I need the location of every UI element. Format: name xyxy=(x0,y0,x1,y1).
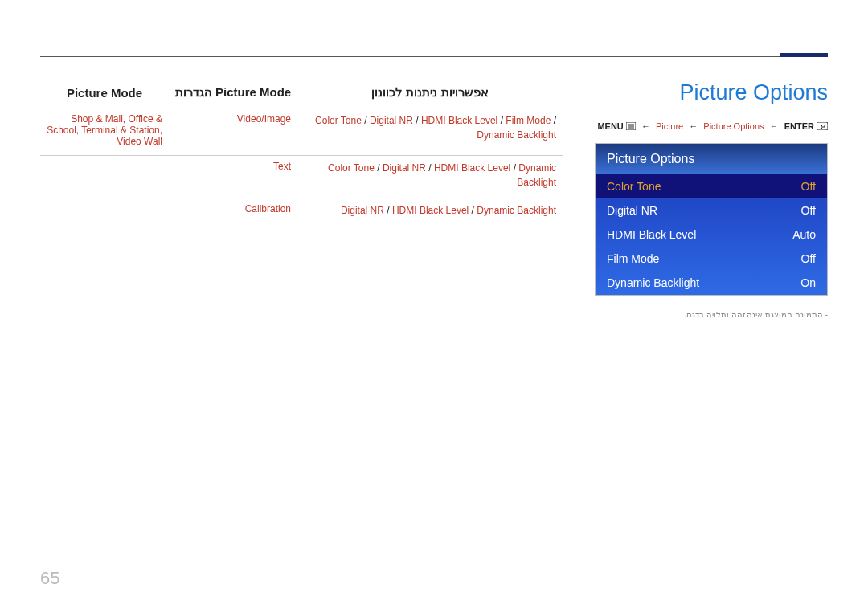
col-header-picture-mode: Picture Mode xyxy=(40,80,169,108)
table-row: Shop & Mall, Office & School, Terminal &… xyxy=(40,108,563,156)
arrow-icon: ← xyxy=(641,121,650,131)
left-column: Picture Mode הגדרות Picture Mode אפשרויו… xyxy=(40,80,563,319)
table-row: CalibrationDigital NR / HDMI Black Level… xyxy=(40,198,563,223)
cell-setting: Calibration xyxy=(169,198,297,223)
option-label: Film Mode xyxy=(607,252,659,265)
breadcrumb-enter: ENTER xyxy=(784,121,814,131)
breadcrumb: MENU ← Picture ← Picture Options ← ENTER xyxy=(595,121,828,132)
panel-body: Color ToneOffDigital NROffHDMI Black Lev… xyxy=(596,174,827,295)
cell-picture-mode xyxy=(40,198,169,223)
panel-row-digital-nr[interactable]: Digital NROff xyxy=(596,198,827,223)
option-value: Off xyxy=(801,204,816,217)
panel-row-color-tone[interactable]: Color ToneOff xyxy=(596,174,827,198)
breadcrumb-picture-options: Picture Options xyxy=(703,121,764,131)
page-title: Picture Options xyxy=(595,80,828,105)
arrow-icon: ← xyxy=(689,121,698,131)
main-content: Picture Options MENU ← Picture ← Picture… xyxy=(40,80,828,319)
col-header-adjustable: אפשרויות ניתנות לכוונון xyxy=(297,80,563,108)
option-value: Off xyxy=(801,180,816,193)
panel-header: Picture Options xyxy=(596,144,827,174)
page: Picture Options MENU ← Picture ← Picture… xyxy=(0,0,868,613)
breadcrumb-menu: MENU xyxy=(597,121,623,131)
option-value: Off xyxy=(801,252,816,265)
panel-row-hdmi-black-level[interactable]: HDMI Black LevelAuto xyxy=(596,223,827,247)
menu-icon xyxy=(626,122,636,132)
cell-adjustable: Color Tone / Digital NR / HDMI Black Lev… xyxy=(297,108,563,156)
svg-rect-4 xyxy=(817,122,828,130)
cell-picture-mode xyxy=(40,156,169,198)
col-header-settings: הגדרות Picture Mode xyxy=(169,80,297,108)
panel-row-film-mode[interactable]: Film ModeOff xyxy=(596,247,827,271)
cell-setting: Video/Image xyxy=(169,108,297,156)
option-label: Digital NR xyxy=(607,204,657,217)
option-label: HDMI Black Level xyxy=(607,228,696,241)
page-number: 65 xyxy=(40,568,59,589)
cell-adjustable: Color Tone / Digital NR / HDMI Black Lev… xyxy=(297,156,563,198)
arrow-icon: ← xyxy=(770,121,779,131)
enter-icon xyxy=(817,122,828,132)
panel-row-dynamic-backlight[interactable]: Dynamic BacklightOn xyxy=(596,271,827,295)
right-column: Picture Options MENU ← Picture ← Picture… xyxy=(595,80,828,319)
option-value: Auto xyxy=(792,228,816,241)
options-table: Picture Mode הגדרות Picture Mode אפשרויו… xyxy=(40,80,563,223)
cell-adjustable: Digital NR / HDMI Black Level / Dynamic … xyxy=(297,198,563,223)
top-rule xyxy=(40,56,828,57)
option-value: On xyxy=(800,276,816,289)
picture-options-panel: Picture Options Color ToneOffDigital NRO… xyxy=(595,143,828,296)
footnote: - התמונה המוצגת אינה זהה ותלויה בדגם. xyxy=(595,310,828,319)
option-label: Color Tone xyxy=(607,180,661,193)
table-header-row: Picture Mode הגדרות Picture Mode אפשרויו… xyxy=(40,80,563,108)
breadcrumb-picture: Picture xyxy=(656,121,683,131)
option-label: Dynamic Backlight xyxy=(607,276,699,289)
table-row: TextColor Tone / Digital NR / HDMI Black… xyxy=(40,156,563,198)
cell-setting: Text xyxy=(169,156,297,198)
cell-picture-mode: Shop & Mall, Office & School, Terminal &… xyxy=(40,108,169,156)
top-rule-accent xyxy=(780,53,828,57)
